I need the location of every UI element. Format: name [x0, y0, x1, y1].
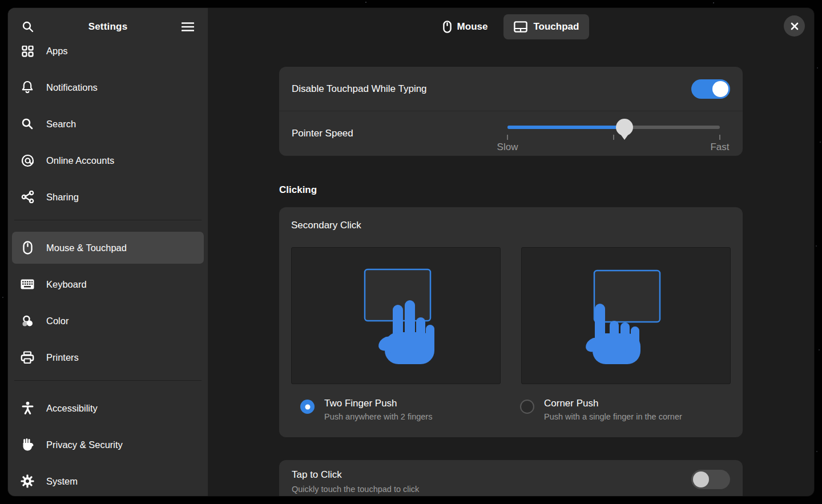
sidebar-item-keyboard[interactable]: Keyboard [12, 268, 204, 300]
disable-while-typing-label: Disable Touchpad While Typing [292, 83, 427, 95]
sidebar-item-label: Color [46, 316, 68, 326]
option-corner-push[interactable]: Corner Push Push with a single finger in… [511, 398, 731, 421]
toggle-knob [712, 81, 728, 97]
sidebar-item-mouse-touchpad[interactable]: Mouse & Touchpad [12, 232, 204, 264]
hamburger-menu-icon [182, 22, 194, 32]
sidebar-item-notifications[interactable]: Notifications [12, 71, 204, 103]
keyboard-icon [21, 277, 34, 291]
sidebar-header: Settings [8, 8, 208, 46]
option-text: Corner Push Push with a single finger in… [544, 398, 682, 421]
touchpad-icon [514, 21, 527, 33]
device-tabs: Mouse Touchpad [433, 14, 590, 39]
tab-label: Touchpad [533, 21, 579, 33]
option-text: Two Finger Push Push anywhere with 2 fin… [324, 398, 432, 421]
printer-icon [21, 350, 34, 364]
color-circles-icon [21, 314, 34, 328]
sidebar-item-label: Search [46, 119, 76, 130]
tap-to-click-label: Tap to Click [292, 469, 419, 481]
tab-touchpad[interactable]: Touchpad [503, 14, 589, 39]
tap-to-click-toggle[interactable] [691, 470, 730, 489]
bell-icon [21, 80, 34, 94]
mouse-icon [443, 21, 452, 33]
sidebar-item-printers[interactable]: Printers [12, 341, 204, 373]
sidebar-item-label: Notifications [46, 82, 98, 93]
sidebar-list: Apps Notifications Search Online Account… [8, 35, 208, 496]
toggle-knob [693, 471, 709, 487]
sidebar-item-color[interactable]: Color [12, 305, 204, 337]
sidebar-item-privacy-security[interactable]: Privacy & Security [12, 429, 204, 461]
sidebar-item-label: Keyboard [46, 279, 87, 290]
corner-push-panel[interactable] [521, 247, 731, 384]
main-menu-button[interactable] [177, 16, 199, 38]
tab-label: Mouse [457, 21, 488, 33]
pointer-speed-handle[interactable] [616, 119, 633, 136]
tap-to-click-subtitle: Quickly touch the touchpad to click [292, 485, 419, 494]
sidebar-divider [14, 220, 202, 220]
touchpad-general-card: Disable Touchpad While Typing Pointer Sp… [279, 67, 743, 156]
apps-grid-icon [21, 44, 34, 58]
sidebar-item-label: Mouse & Touchpad [46, 243, 127, 253]
slider-track[interactable] [507, 126, 720, 129]
option-two-finger-push[interactable]: Two Finger Push Push anywhere with 2 fin… [291, 398, 511, 421]
slider-tick-mid [613, 135, 614, 140]
disable-while-typing-toggle[interactable] [691, 79, 730, 99]
search-icon [22, 21, 34, 33]
tap-to-click-text: Tap to Click Quickly touch the touchpad … [292, 469, 419, 494]
pointer-speed-row: Pointer Speed Slow Fast [279, 111, 743, 156]
at-symbol-icon [21, 154, 34, 167]
slider-max-label: Fast [710, 142, 729, 153]
option-subtitle: Push with a single finger in the corner [544, 412, 682, 421]
option-subtitle: Push anywhere with 2 fingers [324, 412, 432, 421]
sidebar-item-accessibility[interactable]: Accessibility [12, 392, 204, 424]
close-icon [791, 22, 799, 30]
sidebar-item-label: Printers [46, 352, 79, 363]
headerbar: Mouse Touchpad [208, 8, 814, 46]
sidebar-item-system[interactable]: System [12, 465, 204, 496]
hand-icon [21, 438, 34, 451]
sidebar-item-label: Apps [46, 46, 68, 57]
settings-window: Settings Apps Notifications [8, 8, 814, 496]
corner-push-radio[interactable] [520, 400, 534, 414]
slider-min-label: Slow [497, 142, 518, 153]
pointer-speed-fill [507, 126, 624, 129]
disable-while-typing-row: Disable Touchpad While Typing [279, 67, 743, 111]
sidebar-divider [14, 380, 202, 381]
two-finger-push-panel[interactable] [291, 247, 501, 384]
sidebar: Settings Apps Notifications [8, 8, 208, 496]
option-title: Corner Push [544, 398, 682, 409]
sidebar-item-label: Sharing [46, 192, 79, 203]
main-area: Mouse Touchpad Dis [208, 8, 814, 496]
close-window-button[interactable] [784, 15, 805, 37]
share-nodes-icon [21, 190, 34, 204]
two-finger-push-illustration [292, 248, 500, 384]
clicking-section-title: Clicking [279, 184, 743, 196]
window-title: Settings [39, 21, 177, 33]
slider-tick-max [719, 135, 720, 140]
corner-push-illustration [522, 248, 730, 384]
sidebar-item-label: System [46, 476, 78, 487]
two-finger-push-radio[interactable] [300, 400, 315, 414]
sidebar-item-label: Accessibility [46, 403, 98, 414]
secondary-click-illustrations [291, 247, 731, 384]
sidebar-item-label: Privacy & Security [46, 440, 123, 450]
tab-mouse[interactable]: Mouse [433, 14, 498, 39]
gear-icon [21, 474, 34, 488]
touchpad-settings-page: Disable Touchpad While Typing Pointer Sp… [208, 46, 814, 496]
secondary-click-title: Secondary Click [291, 220, 731, 231]
option-title: Two Finger Push [324, 398, 432, 409]
pointer-speed-label: Pointer Speed [292, 128, 353, 139]
mouse-icon [21, 241, 34, 255]
secondary-click-card: Secondary Click [279, 207, 743, 437]
tap-to-click-card: Tap to Click Quickly touch the touchpad … [279, 460, 743, 496]
search-icon [21, 117, 34, 131]
sidebar-item-online-accounts[interactable]: Online Accounts [12, 144, 204, 176]
sidebar-item-search[interactable]: Search [12, 108, 204, 140]
pointer-speed-slider[interactable]: Slow Fast [507, 120, 720, 154]
sidebar-item-label: Online Accounts [46, 155, 114, 166]
secondary-click-options: Two Finger Push Push anywhere with 2 fin… [291, 398, 731, 421]
sidebar-item-sharing[interactable]: Sharing [12, 181, 204, 213]
accessibility-person-icon [21, 401, 34, 415]
search-button[interactable] [17, 16, 39, 38]
slider-tick-min [507, 135, 508, 140]
